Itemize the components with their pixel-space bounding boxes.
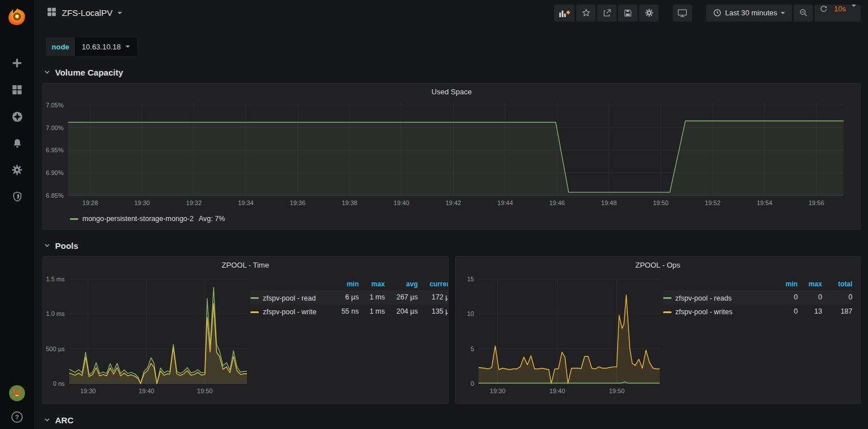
used-space-panel: Used Space 6.85%6.90%6.95%7.00%7.05%19:2… <box>43 83 861 230</box>
node-variable-label: node <box>46 38 75 56</box>
series-toggle[interactable]: zfspv-pool - writes <box>663 308 733 316</box>
page-title: ZFS-LocalPV <box>62 8 112 18</box>
sidebar-nav <box>11 34 23 203</box>
server-admin-shield-icon[interactable] <box>11 190 23 203</box>
chevron-down-icon <box>44 242 51 249</box>
used-space-legend-item[interactable]: mongo-persistent-storage-mongo-2 Avg: 7% <box>43 215 860 223</box>
stat-min: 0 <box>770 305 798 319</box>
zpool-time-chart[interactable]: 0 ns500 µs1.0 ms1.5 ms19:3019:4019:50 <box>43 271 250 401</box>
time-range-label: Last 30 minutes <box>725 9 777 17</box>
svg-text:19:30: 19:30 <box>489 388 505 394</box>
legend-row-reads: zfspv-pool - reads 0 0 0 <box>663 290 853 305</box>
user-avatar[interactable] <box>9 385 26 402</box>
svg-text:19:50: 19:50 <box>609 388 624 394</box>
alerting-bell-icon[interactable] <box>11 137 23 149</box>
zpool-ops-chart[interactable]: 05101519:3019:4019:50 <box>456 271 663 401</box>
dashboard-settings-button[interactable] <box>639 5 659 22</box>
svg-text:6.90%: 6.90% <box>46 169 64 176</box>
dashboards-icon[interactable] <box>11 84 23 96</box>
refresh-interval-dropdown[interactable]: 10s <box>833 5 847 22</box>
refresh-caret-icon <box>852 5 856 7</box>
dashboard-title-button[interactable]: ZFS-LocalPV <box>47 7 122 19</box>
clock-icon <box>713 9 722 17</box>
series-swatch <box>250 297 259 299</box>
grafana-logo[interactable] <box>0 0 34 34</box>
section-title: ARC <box>55 415 74 425</box>
svg-text:19:44: 19:44 <box>497 199 513 206</box>
legend-sort-total[interactable]: total <box>822 279 852 290</box>
series-label: zfspv-pool - reads <box>676 294 732 302</box>
series-toggle[interactable]: zfspv-pool - write <box>250 308 316 316</box>
series-toggle[interactable]: zfspv-pool - read <box>250 294 316 302</box>
legend-sort-max[interactable]: max <box>798 279 822 290</box>
svg-text:19:40: 19:40 <box>139 388 154 394</box>
svg-text:19:30: 19:30 <box>80 388 96 394</box>
stat-current: 172 µs <box>418 290 448 305</box>
stat-current: 135 µs <box>418 305 448 319</box>
series-swatch <box>250 311 259 313</box>
share-button[interactable] <box>597 5 617 22</box>
help-icon[interactable]: ? <box>11 411 23 423</box>
zoom-out-button[interactable] <box>794 5 813 22</box>
svg-text:19:42: 19:42 <box>446 199 462 206</box>
used-space-chart[interactable]: 6.85%6.90%6.95%7.00%7.05%19:2819:3019:32… <box>43 98 858 211</box>
explore-compass-icon[interactable] <box>11 110 23 123</box>
svg-text:1.0 ms: 1.0 ms <box>46 310 65 317</box>
svg-text:19:48: 19:48 <box>601 199 617 206</box>
sidebar: ? <box>0 0 34 429</box>
svg-text:500 µs: 500 µs <box>46 345 65 352</box>
svg-text:7.00%: 7.00% <box>46 124 64 131</box>
star-button[interactable] <box>576 5 596 22</box>
svg-text:19:28: 19:28 <box>82 199 98 206</box>
section-title: Pools <box>55 241 78 251</box>
toolbar: Last 30 minutes 10s <box>552 5 861 22</box>
legend-sort-current[interactable]: current <box>418 279 448 290</box>
section-pools[interactable]: Pools <box>44 239 861 252</box>
svg-text:7.05%: 7.05% <box>46 102 64 109</box>
series-label: zfspv-pool - writes <box>676 308 733 316</box>
used-space-panel-title[interactable]: Used Space <box>43 84 860 98</box>
zpool-time-panel-title[interactable]: ZPOOL - Time <box>43 257 448 271</box>
series-swatch <box>70 218 78 220</box>
stat-min: 55 ns <box>330 305 359 319</box>
legend-sort-min[interactable]: min <box>330 279 359 290</box>
legend-header-row: min max total <box>663 279 853 290</box>
stat-min: 0 <box>770 290 798 305</box>
sidebar-bottom: ? <box>9 385 26 429</box>
series-label: zfspv-pool - read <box>263 294 316 302</box>
svg-text:6.95%: 6.95% <box>46 147 64 153</box>
node-variable-dropdown[interactable]: 10.63.10.18 <box>75 38 137 56</box>
navbar: ZFS-LocalPV <box>34 0 868 26</box>
submenu-row: node 10.63.10.18 <box>43 38 861 56</box>
create-plus-icon[interactable] <box>11 57 23 69</box>
add-panel-button[interactable] <box>554 5 575 22</box>
svg-text:?: ? <box>15 414 19 420</box>
series-toggle[interactable]: zfspv-pool - reads <box>663 294 732 302</box>
svg-text:19:50: 19:50 <box>653 199 669 206</box>
save-button[interactable] <box>618 5 638 22</box>
time-range-button[interactable]: Last 30 minutes <box>706 5 792 22</box>
refresh-icon[interactable] <box>819 5 828 22</box>
legend-sort-max[interactable]: max <box>359 279 385 290</box>
section-arc[interactable]: ARC <box>44 413 861 427</box>
svg-text:19:50: 19:50 <box>197 388 213 394</box>
svg-text:19:30: 19:30 <box>134 199 150 206</box>
stat-min: 6 µs <box>330 290 359 305</box>
svg-text:19:32: 19:32 <box>186 199 202 206</box>
zpool-ops-legend: min max total zfspv-pool - reads 0 0 0 <box>663 271 861 401</box>
stat-max: 1 ms <box>359 290 385 305</box>
node-variable: node 10.63.10.18 <box>46 38 137 56</box>
cycle-view-mode-button[interactable] <box>673 5 692 22</box>
configuration-gear-icon[interactable] <box>11 164 23 176</box>
node-variable-value: 10.63.10.18 <box>82 43 121 51</box>
legend-sort-avg[interactable]: avg <box>385 279 418 290</box>
stat-total: 187 <box>822 305 852 319</box>
series-label: mongo-persistent-storage-mongo-2 <box>82 215 194 223</box>
title-caret-icon <box>118 12 122 14</box>
legend-sort-min[interactable]: min <box>770 279 798 290</box>
svg-text:15: 15 <box>467 276 473 282</box>
section-volume-capacity[interactable]: Volume Capacity <box>44 65 861 79</box>
svg-text:19:36: 19:36 <box>290 199 306 206</box>
zpool-ops-panel-title[interactable]: ZPOOL - Ops <box>456 257 861 271</box>
svg-text:0 ns: 0 ns <box>53 380 65 387</box>
